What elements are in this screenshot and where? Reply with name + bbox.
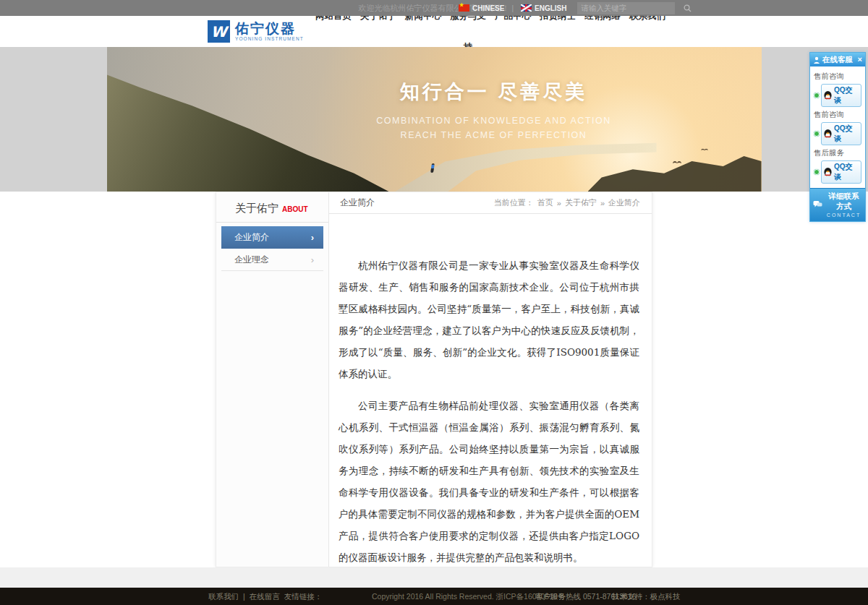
online-service-title: 在线客服: [822, 55, 858, 65]
logo-name-cn: 佑宁仪器: [235, 22, 304, 36]
banner-area: 知行合一 尽善尽美 COMBINATION OF KNOWLEDGE AND A…: [0, 47, 868, 192]
search-button[interactable]: [684, 2, 692, 14]
bird-icon: [673, 161, 681, 166]
welcome-text: 欢迎光临杭州佑宁仪器有限公司官方网站！: [0, 0, 868, 16]
hero-banner: 知行合一 尽善尽美 COMBINATION OF KNOWLEDGE AND A…: [107, 47, 762, 192]
footer-link-contact[interactable]: 联系我们: [208, 588, 239, 605]
banner-subtitle-2: REACH THE ACME OF PERFECTION: [324, 130, 664, 140]
qq-group-label: 售前咨询: [814, 72, 861, 82]
breadcrumb-about[interactable]: 关于佑宁: [565, 197, 597, 208]
contact-detail-title: 详细联系方式: [825, 192, 862, 212]
sidebar-item-company-profile[interactable]: 企业简介 ›: [221, 226, 323, 249]
sidebar: 关于佑宁ABOUT 企业简介 › 企业理念 ›: [216, 192, 329, 567]
bottom-strip: [0, 567, 868, 588]
sidebar-item-company-philosophy[interactable]: 企业理念 ›: [221, 249, 323, 271]
breadcrumb: 当前位置： 首页 » 关于佑宁 » 企业简介: [494, 197, 640, 208]
breadcrumb-label: 当前位置：: [494, 197, 534, 208]
content-area: 关于佑宁ABOUT 企业简介 › 企业理念 › 企业简介 当前位置： 首页: [0, 192, 868, 567]
online-service-header: 在线客服 ×: [810, 53, 865, 66]
online-status-icon: [814, 93, 820, 98]
qq-penguin-icon: [823, 167, 833, 178]
site-header: W 佑宁仪器 YOONING INSTRUMENT 网站首页 关于佑宁 新闻中心…: [0, 16, 868, 47]
logo[interactable]: W 佑宁仪器 YOONING INSTRUMENT: [208, 20, 304, 43]
qq-chat-button[interactable]: QQ交谈: [821, 122, 861, 145]
main-panel: 企业简介 当前位置： 首页 » 关于佑宁 » 企业简介 杭州佑宁仪器有限公司是一…: [329, 192, 652, 567]
breadcrumb-home[interactable]: 首页: [537, 197, 553, 208]
logo-icon: W: [208, 20, 230, 43]
online-service-body: 售前咨询 QQ交谈 售前咨询 QQ交谈 售后服务 QQ交谈: [810, 66, 865, 188]
footer-links: 联系我们 | 在线留言 友情链接：: [208, 588, 322, 605]
online-status-icon: [814, 131, 820, 137]
sidebar-title-en: ABOUT: [282, 205, 308, 213]
lang-chinese-label: CHINESE: [472, 4, 504, 12]
chat-bubbles-icon: [813, 200, 822, 209]
profile-paragraph-2: 公司主要产品有生物样品前处理仪器、实验室通用仪器（各类离心机系列、干式恒温器（恒…: [339, 395, 639, 567]
footer-friend-links[interactable]: 友情链接：: [284, 588, 323, 605]
footer-link-message[interactable]: 在线留言: [250, 588, 280, 605]
qq-penguin-icon: [823, 129, 833, 140]
banner-subtitle-1: COMBINATION OF KNOWLEDGE AND ACTION: [324, 116, 664, 126]
qq-chat-label: QQ交谈: [834, 162, 858, 182]
qq-chat-button[interactable]: QQ交谈: [821, 84, 861, 107]
page-title: 企业简介: [340, 197, 375, 209]
qq-row: QQ交谈: [814, 122, 861, 145]
chevron-right-icon: ›: [311, 254, 314, 265]
breadcrumb-separator: »: [600, 199, 605, 207]
english-flag-icon: [521, 4, 532, 12]
lang-english-link[interactable]: ENGLISH: [521, 4, 566, 12]
bird-icon: [701, 149, 708, 153]
qq-chat-label: QQ交谈: [834, 85, 858, 106]
search-box: [577, 2, 675, 14]
sidebar-menu: 企业简介 › 企业理念 ›: [216, 223, 328, 275]
content-card: 关于佑宁ABOUT 企业简介 › 企业理念 › 企业简介 当前位置： 首页: [216, 192, 652, 567]
sidebar-item-label: 企业理念: [234, 254, 269, 266]
main-header: 企业简介 当前位置： 首页 » 关于佑宁 » 企业简介: [329, 192, 652, 214]
contact-detail-button[interactable]: 详细联系方式 CONTACT: [810, 188, 865, 221]
footer-link-divider: |: [243, 588, 245, 605]
footer-tech-support[interactable]: 技术支持：极点科技: [612, 588, 681, 605]
breadcrumb-current: 企业简介: [608, 197, 640, 208]
logo-name-en: YOONING INSTRUMENT: [235, 36, 304, 41]
sidebar-item-label: 企业简介: [234, 231, 269, 244]
qq-penguin-icon: [823, 90, 833, 101]
profile-paragraph-1: 杭州佑宁仪器有限公司是一家专业从事实验室仪器及生命科学仪器研发、生产、销售和服务…: [339, 254, 639, 385]
banner-text: 知行合一 尽善尽美 COMBINATION OF KNOWLEDGE AND A…: [324, 79, 664, 140]
article-body: 杭州佑宁仪器有限公司是一家专业从事实验室仪器及生命科学仪器研发、生产、销售和服务…: [329, 214, 652, 567]
contact-detail-subtitle: CONTACT: [825, 213, 862, 218]
close-icon[interactable]: ×: [858, 56, 862, 64]
lang-english-label: ENGLISH: [535, 4, 566, 12]
chinese-flag-icon: [459, 4, 469, 12]
contact-detail-text: 详细联系方式 CONTACT: [825, 192, 862, 218]
topbar: 欢迎光临杭州佑宁仪器有限公司官方网站！ CHINESE | ENGLISH: [0, 0, 868, 16]
qq-row: QQ交谈: [814, 160, 861, 184]
search-icon: [684, 4, 692, 12]
qq-chat-label: QQ交谈: [834, 124, 858, 144]
banner-title: 知行合一 尽善尽美: [324, 79, 664, 105]
logo-text: 佑宁仪器 YOONING INSTRUMENT: [235, 22, 304, 41]
online-status-icon: [814, 169, 820, 175]
online-service-widget: 在线客服 × 售前咨询 QQ交谈 售前咨询 QQ交谈 售后服务 QQ交谈: [809, 52, 866, 222]
search-input[interactable]: [577, 4, 684, 12]
sidebar-title: 关于佑宁: [235, 202, 278, 214]
topbar-right: CHINESE | ENGLISH: [459, 0, 675, 16]
lang-chinese-link[interactable]: CHINESE: [459, 4, 504, 12]
qq-row: QQ交谈: [814, 84, 861, 107]
lang-divider: |: [511, 4, 514, 12]
qq-group-label: 售前咨询: [814, 110, 861, 120]
qq-group-label: 售后服务: [814, 148, 861, 158]
chevron-right-icon: ›: [311, 232, 314, 243]
qq-chat-button[interactable]: QQ交谈: [821, 160, 861, 184]
person-icon: [813, 56, 820, 64]
site-footer: 联系我们 | 在线留言 友情链接： Copyright 2016 All Rig…: [0, 588, 868, 605]
breadcrumb-separator: »: [557, 199, 561, 207]
sidebar-header: 关于佑宁ABOUT: [216, 192, 328, 223]
